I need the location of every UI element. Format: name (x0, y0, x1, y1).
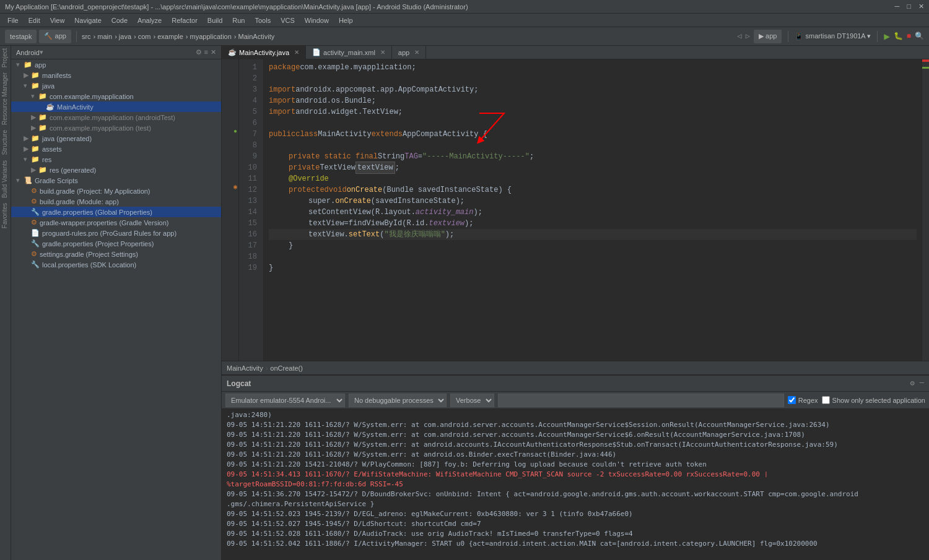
tree-app[interactable]: ▾ 📁 app (11, 59, 221, 70)
device-selector[interactable]: 📱 smartisan DT1901A ▾ (795, 32, 871, 40)
logcat-level-select[interactable]: Verbose (450, 394, 494, 407)
code-line-6 (269, 118, 917, 129)
toolbar-sep3 (877, 31, 878, 42)
logcat-only-selected-checkbox[interactable] (822, 396, 830, 404)
menu-navigate[interactable]: Navigate (69, 15, 106, 25)
structure-label[interactable]: Structure (0, 127, 11, 158)
run-config-btn[interactable]: ▶ app (754, 30, 782, 43)
tree-com-example[interactable]: ▾ 📁 com.example.myapplication (11, 91, 221, 101)
debug-btn[interactable]: 🐛 (894, 32, 903, 41)
log-line-3: 09-05 14:51:21.220 1611-1628/? W/System.… (222, 430, 929, 440)
ln-1: 1 (239, 62, 260, 73)
tree-gradle-props-project[interactable]: 🔧 gradle.properties (Project Properties) (11, 238, 221, 249)
sidebar-settings-icon[interactable]: ⚙ (196, 48, 202, 56)
logcat-title: Logcat (227, 379, 251, 388)
tree-build-gradle-app[interactable]: ⚙ build.gradle (Module: app) (11, 196, 221, 207)
tab-mainactivity[interactable]: ☕ MainActivity.java ✕ (222, 46, 306, 59)
tree-manifests[interactable]: ▶ 📁 manifests (11, 70, 221, 80)
tree-settings-gradle[interactable]: ⚙ settings.gradle (Project Settings) (11, 249, 221, 259)
sidebar-close-icon[interactable]: ✕ (211, 48, 216, 56)
tab-activity-main[interactable]: 📄 activity_main.xml ✕ (306, 46, 392, 59)
tab-app[interactable]: app ✕ (392, 46, 426, 59)
logcat-minimize-icon[interactable]: ─ (920, 379, 924, 388)
menu-analyze[interactable]: Analyze (133, 15, 167, 25)
code-line-9: private static final String TAG = "-----… (269, 151, 917, 162)
menu-run[interactable]: Run (227, 15, 250, 25)
logcat-only-selected-label[interactable]: Show only selected application (822, 396, 925, 404)
logcat-regex-label[interactable]: Regex (788, 396, 818, 404)
logcat-regex-checkbox[interactable] (788, 396, 796, 404)
fwd-icon[interactable]: ▷ (746, 32, 750, 41)
menu-vcs[interactable]: VCS (276, 15, 300, 25)
stop-btn[interactable]: ■ (907, 32, 911, 41)
project-panel-label[interactable]: Project (0, 46, 11, 70)
code-line-14: setContentView(R.layout. activity_main )… (269, 207, 917, 218)
tree-mainactivity[interactable]: ☕ MainActivity (11, 101, 221, 112)
menu-view[interactable]: View (45, 15, 70, 25)
menu-tools[interactable]: Tools (250, 15, 276, 25)
menu-edit[interactable]: Edit (24, 15, 45, 25)
gutter-7: ● (222, 126, 238, 137)
tree-java-gen[interactable]: ▶ 📁 java (generated) (11, 133, 221, 144)
logcat-device-select[interactable]: Emulator emulator-5554 Androi... (225, 394, 345, 407)
log-line-10: .gms/.chimera.PersistentApiService } (222, 499, 929, 509)
editor-empty-space (269, 274, 917, 361)
gutter-9 (222, 149, 238, 160)
maximize-icon[interactable]: □ (907, 2, 911, 11)
line-numbers: 1 2 3 4 5 6 7 8 9 10 11 12 13 14 15 16 1… (239, 59, 264, 361)
logcat-process-select[interactable]: No debuggable processes (349, 394, 447, 407)
menu-build[interactable]: Build (203, 15, 227, 25)
breadcrumb-class: MainActivity (227, 364, 263, 372)
run-btn[interactable]: ▶ (884, 30, 890, 43)
ln-17: 17 (239, 240, 260, 251)
toolbar-app-btn[interactable]: 🔨 app (39, 30, 71, 43)
favorites-label[interactable]: Favorites (0, 200, 11, 231)
tree-gradle-wrapper[interactable]: ⚙ gradle-wrapper.properties (Gradle Vers… (11, 217, 221, 228)
tree-gradle-scripts[interactable]: ▾ 📜 Gradle Scripts (11, 175, 221, 186)
log-line-8: %targetRoamBSSID=00:81:f7:fd:db:6d RSSI=… (222, 480, 929, 489)
tree-build-gradle-project[interactable]: ⚙ build.gradle (Project: My Application) (11, 186, 221, 196)
gutter-11 (222, 171, 238, 182)
tree-res[interactable]: ▾ 📁 res (11, 154, 221, 165)
tree-proguard[interactable]: 📄 proguard-rules.pro (ProGuard Rules for… (11, 228, 221, 238)
tree-res-gen[interactable]: ▶ 📁 res (generated) (11, 165, 221, 175)
logcat-settings-icon[interactable]: ⚙ (910, 379, 915, 388)
log-line-13: 09-05 14:51:52.028 1611-1680/? D/AudioTr… (222, 529, 929, 539)
gutter-6 (222, 115, 238, 126)
tree-com-test[interactable]: ▶ 📁 com.example.myapplication (test) (11, 123, 221, 133)
tree-com-androidtest[interactable]: ▶ 📁 com.example.myapplication (androidTe… (11, 112, 221, 123)
menu-refactor[interactable]: Refactor (167, 15, 203, 25)
logcat-search-input[interactable] (498, 394, 784, 407)
back-icon[interactable]: ◁ (738, 32, 742, 41)
tab-activity-close[interactable]: ✕ (380, 49, 385, 56)
right-indicators (922, 59, 929, 361)
ln-11: 11 (239, 173, 260, 184)
menu-help[interactable]: Help (334, 15, 358, 25)
search-everywhere-icon[interactable]: 🔍 (915, 32, 924, 41)
close-icon[interactable]: ✕ (918, 2, 924, 11)
resource-manager-label[interactable]: Resource Manager (0, 70, 11, 127)
menu-code[interactable]: Code (107, 15, 133, 25)
menu-window[interactable]: Window (300, 15, 334, 25)
menu-file[interactable]: File (2, 15, 24, 25)
gutter-13 (222, 193, 238, 204)
tree-local-properties[interactable]: 🔧 local.properties (SDK Location) (11, 259, 221, 270)
code-editor[interactable]: package com.example.myapplication; impor… (264, 59, 922, 361)
code-line-11: @Override (269, 173, 917, 184)
toolbar-main-class: › MainActivity (234, 33, 274, 40)
sidebar-collapse-icon[interactable]: ≡ (204, 48, 208, 56)
toolbar-project-btn[interactable]: testapk (5, 30, 37, 43)
tree-java[interactable]: ▾ 📁 java (11, 80, 221, 91)
tab-app-label: app (398, 49, 409, 56)
tab-activity-icon: 📄 (312, 48, 321, 56)
minimize-icon[interactable]: ─ (895, 2, 900, 11)
toolbar-pkg: › myapplication (186, 33, 232, 40)
editor-breadcrumb: MainActivity › onCreate() (222, 361, 929, 374)
ln-4: 4 (239, 95, 260, 106)
tab-mainactivity-close[interactable]: ✕ (294, 49, 299, 56)
build-variants-label[interactable]: Build Variants (0, 158, 11, 200)
tree-assets[interactable]: ▶ 📁 assets (11, 144, 221, 154)
tab-mainactivity-label: MainActivity.java (239, 49, 289, 56)
tree-gradle-properties[interactable]: 🔧 gradle.properties (Global Properties) (11, 207, 221, 217)
tab-app-close[interactable]: ✕ (414, 49, 419, 56)
